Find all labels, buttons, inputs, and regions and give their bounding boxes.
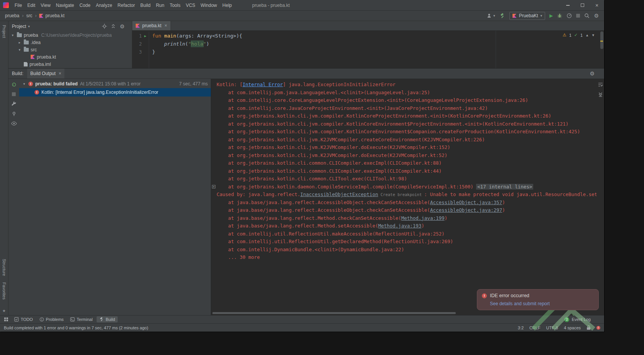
build-hammer-icon[interactable] (499, 13, 505, 19)
build-console[interactable]: Kotlin: [Internal Error] java.lang.Excep… (211, 79, 596, 315)
toolbar-todo[interactable]: TODO (12, 316, 36, 322)
console-line: at org.jetbrains.kotlin.cli.common.CLICo… (217, 167, 596, 175)
collapse-all-icon[interactable] (111, 24, 116, 29)
chevron-down-icon[interactable]: ▾ (10, 33, 15, 37)
tool-stripe-favorites[interactable]: Favorites (2, 282, 7, 299)
menu-run[interactable]: Run (153, 0, 167, 10)
console-link[interactable]: InaccessibleObjectException (300, 191, 378, 197)
profiler-icon[interactable] (567, 13, 572, 18)
console-link[interactable]: Method.java:193 (378, 223, 421, 229)
caret-position[interactable]: 3:2 (518, 326, 524, 330)
rerun-build-icon[interactable] (11, 82, 16, 87)
editor-tab-prueba-kt[interactable]: prueba.kt × (132, 21, 171, 30)
tool-stripe-project[interactable]: Project (2, 25, 7, 38)
menu-vcs[interactable]: VCS (183, 0, 198, 10)
inspection-widget[interactable]: ⚠1 ✓1 ▲ ▼ (563, 33, 595, 38)
settings-gear-icon[interactable]: ⚙ (594, 13, 599, 18)
toolbar-terminal[interactable]: Terminal (67, 316, 95, 322)
menu-analyze[interactable]: Analyze (93, 0, 115, 10)
locate-icon[interactable] (102, 24, 107, 29)
console-link[interactable]: Internal Error (243, 82, 283, 87)
breadcrumb-label: prueba.kt (45, 13, 64, 18)
ide-error-notification[interactable]: ! IDE error occurred See details and sub… (477, 289, 599, 310)
run-button[interactable]: ▶ (549, 13, 553, 18)
scrollbar-thumb[interactable] (600, 31, 603, 49)
breadcrumb-item[interactable]: prueba.kt (38, 13, 66, 18)
close-tab-icon[interactable]: × (59, 71, 61, 76)
chevron-up-icon[interactable]: ▲ (585, 33, 589, 37)
favorites-star-icon[interactable]: ★ (2, 309, 6, 313)
code-line: fun main(args: Array<String>){ (152, 32, 242, 40)
problems-icon (39, 317, 44, 322)
breadcrumb-item[interactable]: src (25, 13, 33, 18)
editor-body[interactable]: 1▶23 fun main(args: Array<String>){ prin… (132, 31, 604, 68)
tree-item-prueba-kt[interactable]: prueba.kt (8, 53, 132, 61)
soft-wrap-icon[interactable] (598, 82, 603, 87)
lock-icon[interactable] (586, 325, 591, 330)
tree-item-prueba-root[interactable]: ▾ prueba C:\Users\user\IdeaProjects\prue… (8, 31, 132, 39)
search-icon[interactable] (584, 13, 590, 18)
settings-gear-icon[interactable]: ⚙ (120, 24, 125, 29)
menu-build[interactable]: Build (138, 0, 153, 10)
console-line: Caused by: java.lang.reflect.Inaccessibl… (217, 191, 596, 199)
close-button[interactable]: × (590, 0, 604, 10)
event-log-button[interactable]: 2 Event Log (564, 317, 602, 322)
close-tab-icon[interactable]: × (164, 23, 167, 28)
menu-edit[interactable]: Edit (25, 0, 38, 10)
tree-item-prueba-iml[interactable]: prueba.iml (8, 61, 132, 68)
run-configuration-select[interactable]: PruebaKt ▾ (509, 12, 545, 20)
menu-tools[interactable]: Tools (167, 0, 183, 10)
tool-stripe-structure[interactable]: Structure (2, 259, 7, 276)
chevron-right-icon[interactable]: ▸ (17, 41, 22, 44)
chevron-down-icon[interactable]: ▾ (28, 25, 30, 28)
menu-navigate[interactable]: Navigate (53, 0, 77, 10)
debug-bug-icon[interactable] (557, 13, 562, 18)
menu-view[interactable]: View (38, 0, 53, 10)
wrench-icon[interactable] (11, 101, 16, 106)
console-link[interactable]: Method.java:199 (401, 215, 445, 221)
settings-gear-icon[interactable]: ⚙ (590, 71, 595, 76)
build-output-tab-label: Build Output (30, 71, 56, 76)
create-breakpoint-inlay[interactable]: Create breakpoint (378, 192, 424, 197)
project-panel-title[interactable]: Project (12, 24, 26, 29)
eye-icon[interactable] (11, 121, 17, 126)
horizontal-scrollbar[interactable] (212, 312, 456, 314)
menu-file[interactable]: File (12, 0, 25, 10)
chevron-down-icon[interactable]: ▾ (17, 48, 22, 52)
file-encoding[interactable]: UTF-8 (546, 326, 558, 330)
indent-style[interactable]: 4 spaces (564, 326, 581, 330)
warning-stripe-mark[interactable] (600, 41, 603, 42)
console-line: at com.intellij.util.ReflectionUtil.make… (217, 230, 596, 238)
maximize-button[interactable] (575, 0, 590, 10)
breadcrumb-item[interactable]: prueba (4, 13, 20, 18)
fold-expand-icon[interactable]: + (212, 185, 215, 188)
editor-scrollbar[interactable] (599, 31, 604, 68)
tree-item-idea[interactable]: ▸ .idea (8, 39, 132, 46)
status-message[interactable]: Build completed with 1 error and 0 warni… (4, 326, 148, 330)
ide-fatal-error-icon[interactable]: ! (596, 326, 600, 330)
line-separator[interactable]: CRLF (529, 326, 540, 330)
scroll-to-end-icon[interactable] (598, 92, 603, 97)
menu-window[interactable]: Window (198, 0, 220, 10)
minimize-button[interactable] (560, 0, 575, 10)
menu-refactor[interactable]: Refactor (115, 0, 138, 10)
users-icon[interactable]: ▾ (487, 13, 495, 18)
tree-item-src[interactable]: ▾ src (8, 46, 132, 53)
run-line-icon[interactable]: ▶ (142, 34, 149, 38)
notification-report-link[interactable]: See details and submit report (490, 301, 550, 306)
menu-help[interactable]: Help (220, 0, 235, 10)
pin-icon[interactable] (12, 111, 16, 116)
console-link[interactable]: AccessibleObject.java:297 (430, 207, 502, 213)
build-output-tab[interactable]: Build Output × (27, 69, 64, 79)
toolbar-problems[interactable]: Problems (37, 316, 66, 322)
chevron-down-icon[interactable]: ▼ (591, 33, 595, 37)
toolwindows-grid-icon[interactable] (2, 317, 10, 322)
menu-code[interactable]: Code (77, 0, 93, 10)
editor-code: fun main(args: Array<String>){ println("… (149, 32, 242, 68)
tool-window-bar: TODO Problems Terminal Build 2 Event Log (0, 315, 604, 323)
build-tree-root-row[interactable]: ▾ ! prueba: build failed At 1/5/2021 15:… (19, 80, 211, 88)
chevron-down-icon[interactable]: ▾ (22, 82, 26, 86)
toolbar-build[interactable]: Build (97, 316, 118, 322)
console-link[interactable]: AccessibleObject.java:357 (430, 200, 502, 205)
build-tree-error-row[interactable]: ! Kotlin: [Internal Error] java.lang.Exc… (19, 88, 211, 97)
